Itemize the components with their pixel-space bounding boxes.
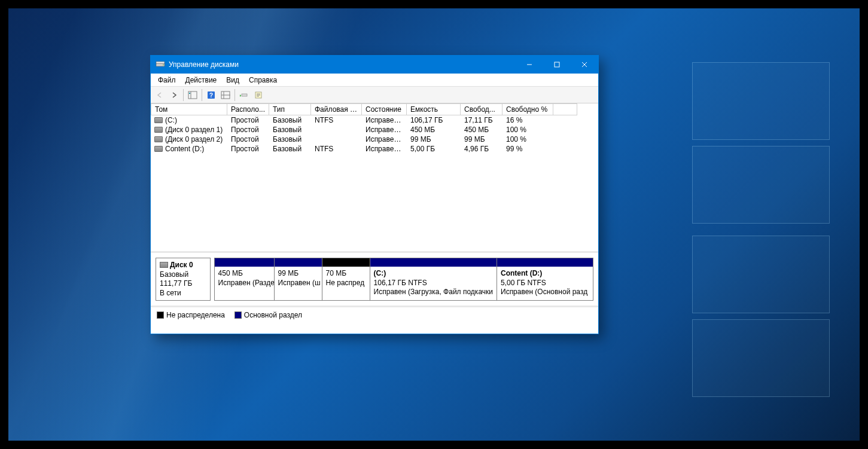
properties-button[interactable] [252, 88, 265, 102]
disk-name: Диск 0 [170, 261, 193, 269]
svg-rect-4 [555, 62, 559, 67]
svg-point-2 [163, 65, 164, 66]
disk-status: В сети [160, 289, 206, 298]
col-capacity[interactable]: Емкость [407, 103, 461, 115]
volume-icon [154, 127, 163, 133]
menu-action[interactable]: Действие [181, 75, 222, 85]
svg-rect-9 [189, 93, 190, 94]
volume-icon [154, 146, 163, 152]
disk-partitions: 450 МБ Исправен (Раздел 99 МБ Исправен (… [214, 258, 593, 301]
close-button[interactable] [571, 56, 598, 74]
legend-primary-label: Основной раздел [244, 311, 302, 319]
view-button[interactable] [186, 88, 199, 102]
svg-rect-1 [156, 62, 165, 63]
disk-header[interactable]: Диск 0 Базовый 111,77 ГБ В сети [156, 258, 211, 301]
swatch-unallocated [157, 311, 164, 319]
menu-help[interactable]: Справка [244, 75, 282, 85]
legend-unallocated-label: Не распределена [166, 311, 225, 319]
window-title: Управление дисками [169, 60, 516, 69]
partition-d[interactable]: Content (D:) 5,00 ГБ NTFS Исправен (Осно… [497, 258, 593, 300]
partition-1[interactable]: 450 МБ Исправен (Раздел [215, 258, 275, 300]
disk-type: Базовый [160, 270, 206, 280]
minimize-button[interactable] [516, 56, 543, 74]
volume-row[interactable]: Content (D:)ПростойБазовыйNTFSИсправен..… [151, 144, 598, 154]
back-button[interactable] [153, 88, 166, 102]
volume-row[interactable]: (C:)ПростойБазовыйNTFSИсправен...106,17 … [151, 115, 598, 125]
volume-icon [154, 117, 163, 123]
disk-size: 111,77 ГБ [160, 279, 206, 289]
legend-unallocated: Не распределена [157, 311, 225, 319]
col-spacer [553, 103, 577, 115]
volume-list[interactable]: Том Располо... Тип Файловая с... Состоян… [151, 103, 598, 253]
forward-button[interactable] [167, 88, 181, 102]
maximize-button[interactable] [543, 56, 571, 74]
col-status[interactable]: Состояние [362, 103, 407, 115]
svg-rect-7 [188, 91, 197, 99]
col-freepct[interactable]: Свободно % [502, 103, 553, 115]
partition-2[interactable]: 99 МБ Исправен (ш [275, 258, 322, 300]
toolbar: ? [151, 87, 598, 103]
svg-text:?: ? [209, 92, 213, 99]
menu-view[interactable]: Вид [221, 75, 244, 85]
svg-rect-15 [242, 94, 247, 96]
disk-management-window: Управление дисками Файл Действие Вид Спр… [150, 55, 599, 334]
settings-button[interactable] [219, 88, 232, 102]
menubar: Файл Действие Вид Справка [151, 74, 598, 87]
legend: Не распределена Основной раздел [151, 307, 598, 323]
refresh-button[interactable] [237, 88, 251, 102]
partition-c[interactable]: (C:) 106,17 ГБ NTFS Исправен (Загрузка, … [370, 258, 497, 300]
partition-unallocated[interactable]: 70 МБ Не распред [322, 258, 370, 300]
col-free[interactable]: Свобод... [461, 103, 502, 115]
col-type[interactable]: Тип [269, 103, 311, 115]
app-icon [156, 60, 165, 69]
col-layout[interactable]: Располо... [227, 103, 269, 115]
legend-primary: Основной раздел [234, 311, 302, 319]
graphical-view: Диск 0 Базовый 111,77 ГБ В сети 450 МБ И… [151, 253, 598, 307]
menu-file[interactable]: Файл [153, 75, 181, 85]
col-filesystem[interactable]: Файловая с... [311, 103, 362, 115]
titlebar[interactable]: Управление дисками [151, 56, 598, 74]
desktop-wallpaper: Управление дисками Файл Действие Вид Спр… [8, 8, 860, 441]
swatch-primary [234, 311, 242, 319]
help-button[interactable]: ? [205, 88, 218, 102]
volume-icon [154, 136, 163, 142]
volume-list-header: Том Располо... Тип Файловая с... Состоян… [151, 103, 598, 115]
disk-icon [160, 262, 168, 268]
col-volume[interactable]: Том [151, 103, 227, 115]
volume-row[interactable]: (Диск 0 раздел 2)ПростойБазовыйИсправен.… [151, 135, 598, 144]
volume-row[interactable]: (Диск 0 раздел 1)ПростойБазовыйИсправен.… [151, 125, 598, 135]
